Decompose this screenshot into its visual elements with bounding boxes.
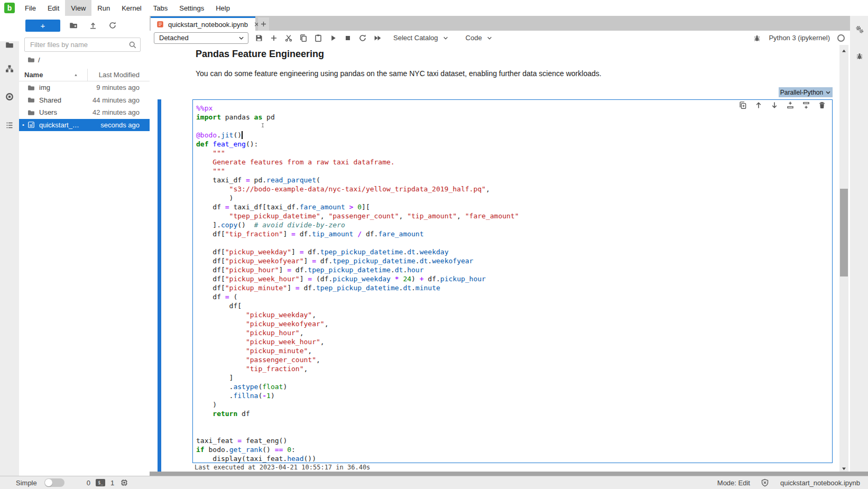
tab-bar: quickstart_notebook.ipynb — [150, 16, 850, 31]
code-line: "pickup_weekday", — [196, 310, 519, 319]
cell-collapser[interactable] — [158, 99, 161, 472]
save-icon[interactable] — [255, 34, 263, 42]
paste-cells-icon[interactable] — [314, 34, 322, 42]
file-row-quickstart-[interactable]: •quickstart_…seconds ago — [19, 119, 150, 132]
kernels-count[interactable]: 1 — [110, 479, 114, 487]
terminal-icon[interactable]: $_ — [96, 479, 105, 486]
file-row-img[interactable]: •img9 minutes ago — [19, 81, 150, 94]
code-line: def feat_eng(): — [196, 140, 519, 149]
code-line: taxi_feat = feat_eng() — [196, 436, 519, 445]
select-catalog-button[interactable]: Select Catalog — [393, 34, 449, 42]
sort-ascending-icon[interactable] — [73, 72, 78, 77]
insert-cell-below-icon[interactable] — [802, 101, 810, 109]
cluster-select[interactable]: Detached — [154, 32, 248, 44]
code-line: display(taxi_feat.head()) — [196, 454, 519, 463]
property-inspector-icon[interactable] — [855, 25, 864, 34]
scroll-down-icon[interactable] — [841, 464, 847, 470]
file-modified: 42 minutes ago — [93, 108, 140, 116]
menu-item-tabs[interactable]: Tabs — [147, 0, 173, 16]
duplicate-cell-icon[interactable] — [738, 101, 747, 109]
delete-cell-icon[interactable] — [818, 101, 826, 109]
file-filter-box — [24, 38, 141, 52]
bodo-catalog-icon[interactable] — [4, 63, 15, 74]
file-modified: 44 minutes ago — [93, 96, 140, 104]
move-cell-down-icon[interactable] — [770, 101, 779, 109]
menu-item-edit[interactable]: Edit — [42, 0, 65, 16]
code-line: taxi_df = pd.read_parquet( — [196, 176, 519, 184]
cell-toolbar — [738, 101, 826, 109]
file-filter-input[interactable] — [29, 40, 128, 49]
simple-mode-toggle[interactable] — [44, 478, 64, 487]
menu-item-settings[interactable]: Settings — [173, 0, 210, 16]
breadcrumb-root[interactable]: / — [38, 56, 40, 64]
interrupt-kernel-icon[interactable] — [344, 34, 352, 42]
file-name: Users — [39, 108, 57, 116]
upload-icon[interactable] — [89, 21, 97, 30]
cut-cells-icon[interactable] — [284, 34, 293, 42]
menu-item-file[interactable]: File — [19, 0, 42, 16]
not-trusted-shield-icon[interactable] — [761, 478, 770, 487]
code-line: "tpep_pickup_datetime", "passenger_count… — [196, 211, 519, 220]
code-line: "s3://bodo-example-data/nyc-taxi/yellow_… — [196, 184, 519, 193]
code-editor-text[interactable]: %%pximport pandas as pd @bodo.jit()def f… — [196, 104, 519, 463]
code-line — [196, 418, 519, 427]
folder-icon — [27, 84, 35, 91]
restart-run-all-icon[interactable] — [373, 34, 382, 42]
code-line: "pickup_minute", — [196, 346, 519, 355]
add-cell-icon[interactable] — [270, 34, 278, 42]
tab-quickstart-notebook[interactable]: quickstart_notebook.ipynb — [151, 16, 255, 31]
insert-cell-above-icon[interactable] — [786, 101, 795, 109]
run-cell-icon[interactable] — [329, 34, 337, 42]
cell-type-select[interactable]: Code — [466, 34, 493, 42]
cell-kind-badge[interactable]: Parallel-Python — [779, 87, 833, 97]
chevron-down-icon — [825, 89, 831, 95]
menu-item-run[interactable]: Run — [91, 0, 116, 16]
debugger-icon[interactable] — [855, 51, 864, 61]
notebook-toolbar: Detached Select Catalog Code Python 3 (i… — [150, 31, 850, 45]
copy-cells-icon[interactable] — [299, 34, 308, 42]
restart-kernel-icon[interactable] — [358, 34, 367, 42]
menu-items: FileEditViewRunKernelTabsSettingsHelp — [19, 0, 236, 16]
new-launcher-button[interactable]: + — [25, 20, 60, 32]
application-window: b FileEditViewRunKernelTabsSettingsHelp … — [0, 0, 868, 489]
file-browser-icon[interactable] — [4, 40, 15, 50]
code-line: %%px — [196, 104, 519, 113]
file-listing-header: Name Last Modified — [19, 69, 150, 81]
column-header-modified[interactable]: Last Modified — [87, 69, 140, 81]
bug-icon[interactable] — [753, 34, 761, 42]
mode-indicator[interactable]: Mode: Edit — [717, 479, 750, 487]
code-line: """ — [196, 167, 519, 176]
vertical-scrollbar[interactable] — [839, 45, 848, 472]
scroll-up-icon[interactable] — [841, 47, 847, 52]
new-tab-button[interactable] — [258, 17, 269, 31]
breadcrumb[interactable]: / — [27, 55, 40, 64]
kernel-name[interactable]: Python 3 (ipykernel) — [769, 34, 830, 42]
move-cell-up-icon[interactable] — [754, 101, 763, 109]
file-browser-toolbar: + — [19, 16, 150, 35]
table-of-contents-icon[interactable] — [4, 120, 15, 131]
kernel-status-icon[interactable] — [837, 34, 845, 42]
kernel-cpu-icon[interactable] — [119, 478, 128, 487]
dock-panel-edge — [150, 472, 868, 476]
code-line: df["pickup_minute"] = df.tpep_pickup_dat… — [196, 283, 519, 292]
menu-item-help[interactable]: Help — [210, 0, 236, 16]
code-line: df["pickup_week_hour"] = (df.pickup_week… — [196, 274, 519, 283]
active-sidebar-patch — [0, 16, 19, 41]
file-row-users[interactable]: •Users42 minutes ago — [19, 106, 150, 119]
terminals-count[interactable]: 0 — [87, 479, 90, 487]
code-line: df["tip_fraction"] = df.tip_amount / df.… — [196, 229, 519, 238]
menu-item-kernel[interactable]: Kernel — [116, 0, 147, 16]
file-row-shared[interactable]: •Shared44 minutes ago — [19, 94, 150, 107]
refresh-icon[interactable] — [108, 21, 117, 30]
markdown-heading: Pandas Feature Engineering — [196, 49, 324, 60]
menu-item-view[interactable]: View — [65, 0, 91, 16]
new-folder-icon[interactable] — [69, 21, 78, 30]
code-line: ) — [196, 193, 519, 202]
code-line: df["pickup_weekday"] = df.tpep_pickup_da… — [196, 247, 519, 256]
chevron-down-icon — [238, 34, 245, 41]
markdown-paragraph: You can do some feature engineering usin… — [196, 69, 602, 78]
running-sessions-icon[interactable] — [4, 91, 15, 102]
column-header-name[interactable]: Name — [24, 71, 43, 79]
code-cell-editor[interactable]: %%pximport pandas as pd @bodo.jit()def f… — [192, 99, 833, 463]
scrollbar-thumb[interactable] — [840, 189, 848, 276]
